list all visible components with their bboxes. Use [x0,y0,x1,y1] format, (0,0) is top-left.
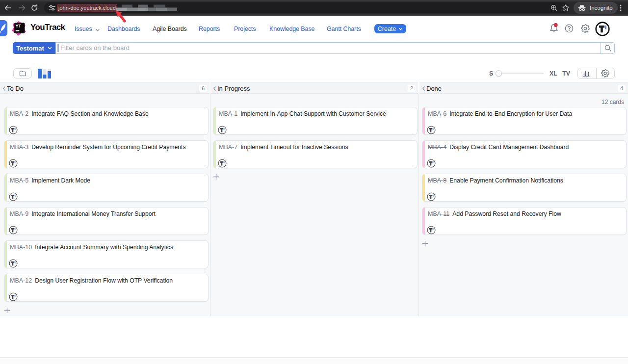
svg-text:YT: YT [16,24,21,28]
